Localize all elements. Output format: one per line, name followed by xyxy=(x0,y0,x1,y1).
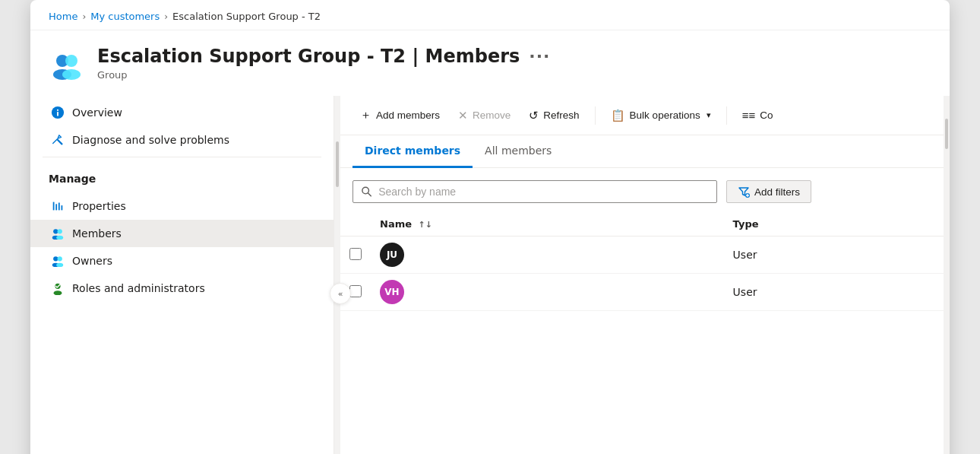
sidebar-item-members[interactable]: Members xyxy=(30,220,334,247)
sidebar-label-properties: Properties xyxy=(72,200,126,212)
svg-line-7 xyxy=(58,140,62,144)
svg-rect-5 xyxy=(57,112,58,116)
svg-point-21 xyxy=(54,290,62,295)
sidebar-scrollbar xyxy=(334,96,340,454)
row-checkbox-1[interactable] xyxy=(349,248,362,260)
properties-icon xyxy=(51,199,65,213)
sidebar-container: Overview Diagnose and solve problems Man… xyxy=(30,96,340,454)
sidebar-item-overview[interactable]: Overview xyxy=(30,99,334,126)
content-scrollbar xyxy=(944,96,950,454)
sort-icon-name[interactable]: ↑↓ xyxy=(419,220,432,230)
content-scrollbar-thumb[interactable] xyxy=(945,119,948,149)
toolbar-separator-1 xyxy=(595,106,596,125)
sidebar-label-owners: Owners xyxy=(72,255,112,267)
svg-rect-8 xyxy=(53,202,55,211)
table-header-row: Name ↑↓ Type xyxy=(340,212,944,237)
svg-rect-9 xyxy=(55,204,57,210)
svg-point-16 xyxy=(53,256,58,261)
refresh-button[interactable]: ↺ Refresh xyxy=(521,104,586,127)
sidebar-scrollbar-thumb[interactable] xyxy=(336,141,339,187)
svg-point-6 xyxy=(57,110,58,111)
owners-icon xyxy=(51,254,65,268)
row-type-cell: User xyxy=(724,274,944,311)
breadcrumb-my-customers[interactable]: My customers xyxy=(90,11,160,22)
svg-point-12 xyxy=(53,229,58,233)
svg-point-17 xyxy=(58,256,62,261)
svg-rect-10 xyxy=(58,203,60,211)
collapse-sidebar-button[interactable]: « xyxy=(330,283,351,304)
table-wrap: Name ↑↓ Type JUUserVHUser xyxy=(340,212,944,454)
members-table: Name ↑↓ Type JUUserVHUser xyxy=(340,212,944,311)
breadcrumb-sep-1: › xyxy=(82,11,86,22)
sidebar-label-diagnose: Diagnose and solve problems xyxy=(72,134,229,146)
wrench-icon xyxy=(51,133,65,147)
filter-icon xyxy=(738,186,750,198)
sidebar-item-properties[interactable]: Properties xyxy=(30,192,334,220)
tab-all-members[interactable]: All members xyxy=(473,135,564,168)
breadcrumb-current: Escalation Support Group - T2 xyxy=(172,11,321,22)
page-subtitle: Group xyxy=(97,69,550,81)
page-title-block: Escalation Support Group - T2 | Members … xyxy=(97,46,550,81)
sidebar-item-roles[interactable]: Roles and administrators xyxy=(30,275,334,302)
add-filters-button[interactable]: Add filters xyxy=(726,180,811,203)
avatar: JU xyxy=(380,243,404,267)
row-name-cell: VH xyxy=(371,274,724,311)
th-checkbox xyxy=(340,212,371,237)
chevron-down-icon: ▾ xyxy=(707,110,711,120)
members-icon xyxy=(51,227,65,240)
search-row: Add filters xyxy=(340,168,944,212)
remove-button[interactable]: ✕ Remove xyxy=(450,104,518,127)
sidebar-label-members: Members xyxy=(72,227,122,240)
svg-point-3 xyxy=(62,69,81,80)
manage-section-header: Manage xyxy=(30,160,334,189)
x-icon: ✕ xyxy=(458,109,468,122)
row-checkbox-2[interactable] xyxy=(349,285,362,297)
sidebar-label-roles: Roles and administrators xyxy=(72,282,205,294)
sidebar-item-owners[interactable]: Owners xyxy=(30,247,334,275)
page-header: Escalation Support Group - T2 | Members … xyxy=(30,30,950,96)
content-area: ＋ Add members ✕ Remove ↺ Refresh 📋 Bulk … xyxy=(340,96,944,454)
svg-point-19 xyxy=(56,263,63,267)
svg-point-1 xyxy=(65,55,77,67)
more-options-button[interactable]: ··· xyxy=(529,46,550,66)
sidebar-item-diagnose[interactable]: Diagnose and solve problems xyxy=(30,126,334,154)
add-members-button[interactable]: ＋ Add members xyxy=(352,103,447,127)
breadcrumb: Home › My customers › Escalation Support… xyxy=(30,0,950,30)
nav-section-manage: Properties Members xyxy=(30,189,334,302)
main-layout: Overview Diagnose and solve problems Man… xyxy=(30,96,950,454)
group-icon xyxy=(49,47,85,84)
tab-direct-members[interactable]: Direct members xyxy=(352,135,473,168)
breadcrumb-home[interactable]: Home xyxy=(49,11,77,22)
nav-divider-1 xyxy=(43,157,321,157)
main-window: Home › My customers › Escalation Support… xyxy=(30,0,950,454)
table-row: JUUser xyxy=(340,237,944,274)
sidebar-label-overview: Overview xyxy=(72,106,122,119)
breadcrumb-sep-2: › xyxy=(164,11,168,22)
row-type-cell: User xyxy=(724,237,944,274)
search-input[interactable] xyxy=(378,186,709,198)
table-row: VHUser xyxy=(340,274,944,311)
info-icon xyxy=(51,106,65,119)
avatar: VH xyxy=(380,280,404,304)
row-name-cell: JU xyxy=(371,237,724,274)
search-icon xyxy=(361,186,372,198)
nav-section-top: Overview Diagnose and solve problems xyxy=(30,96,334,154)
bulk-ops-icon: 📋 xyxy=(611,109,625,122)
sidebar: Overview Diagnose and solve problems Man… xyxy=(30,96,334,454)
th-name[interactable]: Name ↑↓ xyxy=(371,212,724,237)
columns-button[interactable]: ≡≡ Co xyxy=(735,104,781,126)
toolbar-separator-2 xyxy=(726,106,727,125)
roles-icon xyxy=(51,281,65,295)
th-type[interactable]: Type xyxy=(724,212,944,237)
svg-rect-11 xyxy=(62,205,63,210)
row-checkbox-cell xyxy=(340,237,371,274)
page-title: Escalation Support Group - T2 | Members … xyxy=(97,46,550,68)
columns-icon: ≡≡ xyxy=(742,109,756,122)
refresh-icon: ↺ xyxy=(529,109,539,122)
search-box[interactable] xyxy=(352,180,717,203)
bulk-operations-button[interactable]: 📋 Bulk operations ▾ xyxy=(603,104,719,127)
tabs-bar: Direct members All members xyxy=(340,135,944,168)
svg-point-13 xyxy=(58,229,62,233)
svg-point-15 xyxy=(56,236,63,240)
svg-line-23 xyxy=(368,193,371,196)
